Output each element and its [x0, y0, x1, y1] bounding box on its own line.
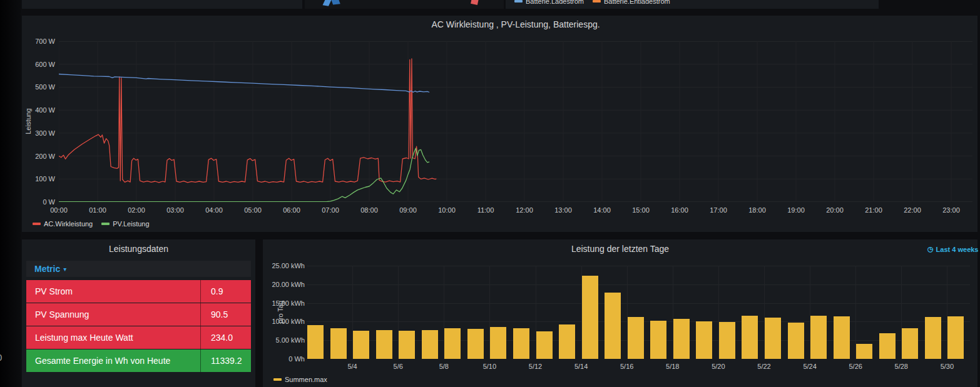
main-y-tick: 0 W: [25, 198, 55, 206]
bar-5/25: [834, 316, 850, 359]
table-cell-value: 11339.2: [201, 349, 251, 372]
bar-5/30: [947, 316, 964, 359]
caret-down-icon: ▾: [63, 266, 66, 273]
main-x-tick: 16:00: [667, 206, 692, 214]
bar-x-tick: 5/12: [523, 363, 548, 370]
main-x-tick: 03:00: [163, 206, 188, 214]
bar-legend-item[interactable]: Summen.max: [273, 376, 327, 383]
main-x-tick: 07:00: [318, 206, 343, 214]
table-cell-metric: Gesamte Energie in Wh von Heute: [26, 349, 201, 372]
table-metric-header[interactable]: Metric ▾: [26, 261, 251, 277]
legend-color-dash: [593, 0, 601, 3]
bar-5/27: [879, 333, 896, 359]
legend-color-dash: [273, 378, 282, 381]
table-row: PV Spannung90.5: [26, 303, 251, 326]
metric-header-label: Metric: [34, 264, 60, 274]
table-row: Leistung max Heute Watt234.0: [26, 326, 251, 349]
legend-color-dash: [514, 0, 523, 3]
main-x-tick: 01:00: [85, 206, 110, 214]
main-chart-title: AC Wirkleistung , PV-Leistung, Batteries…: [59, 19, 972, 29]
bar-5/2: [307, 325, 324, 359]
bar-x-tick: 5/26: [843, 363, 868, 370]
bar-5/21: [742, 316, 758, 359]
bar-5/20: [719, 322, 735, 359]
bar-5/24: [810, 316, 827, 359]
main-x-tick: 17:00: [706, 206, 731, 214]
bar-y-tick: 0 Wh: [260, 355, 305, 363]
gauge-fragment-red: [471, 0, 479, 5]
main-x-tick: 23:00: [939, 206, 964, 214]
main-x-tick: 22:00: [900, 206, 925, 214]
legend-label: AC.Wirkleistung: [44, 220, 93, 228]
bar-5/11: [513, 328, 529, 359]
bar-5/10: [490, 327, 506, 359]
table-cell-value: 90.5: [201, 303, 251, 326]
bar-x-tick: 5/28: [889, 363, 914, 370]
main-x-tick: 20:00: [822, 206, 847, 214]
series-Batteriespg.: [59, 74, 429, 93]
legend-color-dash: [33, 223, 41, 225]
battery-legend-item[interactable]: Batterie.Ladestrom: [514, 0, 584, 5]
main-y-tick: 700 W: [25, 38, 55, 45]
main-y-tick: 100 W: [25, 175, 55, 183]
bar-x-tick: 5/16: [615, 363, 640, 370]
bar-x-tick: 5/20: [706, 363, 731, 370]
table-cell-value: 234.0: [201, 326, 251, 349]
bar-y-tick: 20.00 kWh: [260, 281, 305, 288]
legend-label: PV.Leistung: [113, 220, 149, 228]
main-legend-item[interactable]: AC.Wirkleistung: [33, 220, 93, 228]
bar-chart-plot[interactable]: [307, 266, 970, 359]
main-x-tick: 21:00: [861, 206, 886, 214]
bar-x-tick: 5/30: [934, 363, 959, 370]
cutoff-panel-battery: Batterie.LadestromBatterie.Entladestrom: [506, 0, 879, 9]
main-y-axis-label: Leistung: [24, 106, 32, 137]
bar-y-axis-label: pro Tag: [277, 296, 284, 328]
bar-chart-legend: Summen.max: [273, 376, 327, 383]
bar-x-tick: 5/18: [660, 363, 685, 370]
bar-5/8: [444, 328, 461, 359]
bar-5/26: [856, 344, 872, 359]
legend-label: Batterie.Ladestrom: [526, 0, 584, 5]
bar-5/29: [925, 317, 941, 359]
left-edge-strip: 0: [0, 0, 21, 387]
main-x-tick: 19:00: [783, 206, 809, 214]
main-x-tick: 18:00: [745, 206, 770, 214]
bar-x-tick: 5/8: [431, 363, 456, 370]
time-range-badge[interactable]: ◷ Last 4 weeks: [927, 245, 978, 253]
main-x-tick: 14:00: [590, 206, 615, 214]
table-panel-title: Leistungsdaten: [22, 244, 255, 254]
cutoff-panel-gauges: [305, 0, 504, 9]
main-y-tick: 200 W: [25, 153, 55, 160]
bar-y-tick: 5.00 kWh: [260, 336, 305, 344]
clock-icon: ◷: [927, 245, 934, 253]
bar-x-tick: 5/10: [477, 363, 502, 370]
bar-hgridline: [307, 303, 970, 304]
legend-color-dash: [101, 223, 110, 225]
bar-5/22: [765, 318, 781, 359]
bar-5/13: [559, 324, 575, 359]
main-x-tick: 06:00: [279, 206, 304, 214]
bar-5/14: [582, 276, 598, 359]
table-cell-metric: PV Spannung: [26, 303, 201, 326]
main-x-tick: 12:00: [512, 206, 537, 214]
bar-hgridline: [307, 266, 970, 266]
main-x-tick: 11:00: [473, 206, 498, 214]
bar-panel-title: Leistung der letzten Tage: [263, 244, 977, 254]
main-y-tick: 600 W: [25, 61, 55, 68]
cutoff-panel-left: [22, 0, 302, 9]
legend-label: Summen.max: [285, 376, 327, 383]
main-chart-plot[interactable]: [59, 41, 972, 202]
bar-5/15: [605, 293, 621, 359]
main-legend-item[interactable]: PV.Leistung: [101, 220, 149, 228]
battery-legend-item[interactable]: Batterie.Entladestrom: [593, 0, 670, 5]
bar-5/16: [628, 317, 644, 359]
time-range-label: Last 4 weeks: [936, 246, 979, 253]
edge-glyph: 0: [0, 352, 2, 363]
main-x-tick: 10:00: [434, 206, 459, 214]
bar-hgridline: [307, 284, 970, 285]
bar-5/23: [788, 323, 804, 359]
bar-y-tick: 25.00 kWh: [260, 262, 305, 269]
table-row: Gesamte Energie in Wh von Heute11339.2: [26, 349, 251, 372]
main-x-tick: 02:00: [124, 206, 149, 214]
gauge-fragment-blue: [323, 0, 332, 6]
